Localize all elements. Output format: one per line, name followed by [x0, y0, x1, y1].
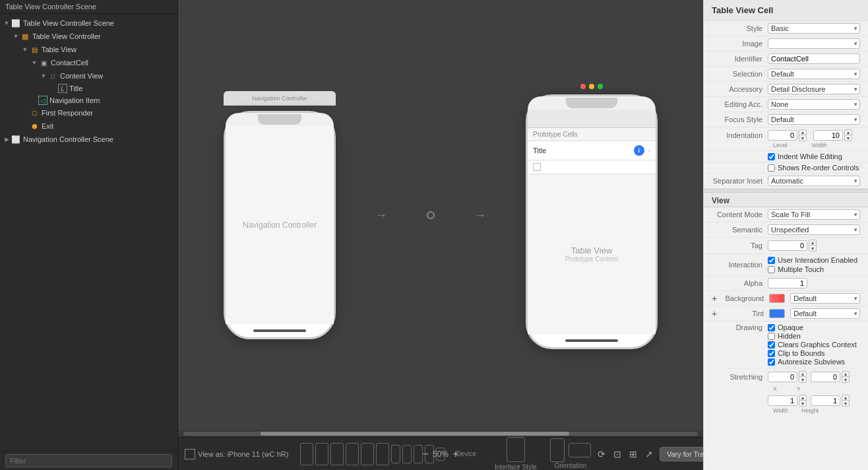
sidebar-item-table-view-controller[interactable]: ▼ ▦ Table View Controller	[0, 30, 177, 43]
zoom-plus-btn[interactable]: +	[452, 448, 458, 460]
stretching-height-input[interactable]	[811, 395, 840, 406]
semantic-select[interactable]: Unspecified	[768, 224, 860, 235]
device-frame-4[interactable]	[346, 443, 359, 465]
device-frame-8[interactable]	[402, 445, 412, 463]
zoom-minus-btn[interactable]: −	[423, 448, 429, 460]
stepper-down[interactable]: ▼	[799, 377, 807, 383]
stepper-up[interactable]: ▲	[844, 129, 852, 135]
orientation-frame-portrait[interactable]	[550, 438, 565, 462]
sidebar-filter	[0, 451, 177, 470]
dot-green	[598, 84, 603, 89]
focus-style-label: Focus Style	[712, 116, 768, 123]
stepper-down[interactable]: ▼	[799, 135, 807, 141]
stepper-down[interactable]: ▼	[844, 135, 852, 141]
tint-plus-btn[interactable]: +	[712, 308, 717, 319]
tree-toggle[interactable]: ▼	[3, 19, 11, 27]
focus-style-select[interactable]: DefaultCustom	[768, 114, 860, 125]
style-select[interactable]: BasicSubtitleRight DetailLeft DetailCust…	[768, 23, 860, 34]
dot-yellow	[589, 84, 594, 89]
selection-select[interactable]: DefaultBlueGrayNone	[768, 69, 860, 79]
device-frame-2[interactable]	[315, 443, 328, 465]
stretching-x-input[interactable]	[768, 372, 797, 382]
image-select[interactable]	[768, 38, 860, 49]
fit-btn[interactable]: ⊡	[612, 448, 623, 461]
canvas-scrollbar[interactable]	[178, 430, 703, 437]
sidebar-item-title[interactable]: L Title	[0, 83, 177, 94]
device-frame-1[interactable]	[300, 443, 313, 465]
stepper-up[interactable]: ▲	[799, 371, 807, 377]
tree-toggle[interactable]: ▼	[21, 46, 29, 53]
sidebar-item-exit[interactable]: ⬢ Exit	[0, 119, 177, 133]
tint-select[interactable]: Default	[790, 308, 860, 319]
separator-inset-select[interactable]: AutomaticDefaultCustom	[768, 176, 860, 186]
zoom-fit-btn[interactable]: ⊞	[628, 448, 638, 461]
stretching-x-stepper: ▲ ▼	[799, 371, 807, 383]
tree-toggle[interactable]: ▼	[12, 32, 20, 40]
background-color-swatch[interactable]	[769, 294, 785, 303]
panel-row-selection: Selection DefaultBlueGrayNone	[704, 67, 868, 82]
stretching-width-input[interactable]	[768, 395, 797, 406]
orientation-frame-landscape[interactable]	[569, 443, 591, 457]
stepper-up[interactable]: ▲	[799, 395, 807, 401]
device-frame-6[interactable]	[376, 443, 389, 465]
clip-bounds-label: Clip to Bounds	[778, 349, 825, 357]
indent-while-editing-checkbox[interactable]	[768, 153, 775, 160]
hidden-checkbox[interactable]	[768, 333, 775, 340]
multiple-touch-checkbox[interactable]	[768, 266, 775, 273]
sidebar-item-first-responder[interactable]: ⬡ First Responder	[0, 106, 177, 119]
device-frame-3[interactable]	[330, 443, 344, 465]
tree-toggle[interactable]: ▼	[30, 59, 38, 67]
panel-title: Table View Cell	[704, 0, 868, 21]
alpha-input[interactable]	[768, 278, 807, 288]
sidebar-item-navigation-item[interactable]: ◁ Navigation Item	[0, 94, 177, 106]
user-interaction-label: User Interaction Enabled	[778, 256, 857, 264]
accessory-select[interactable]: NoneDisclosure IndicatorDetail Disclosur…	[768, 84, 860, 94]
stepper-up[interactable]: ▲	[799, 129, 807, 135]
filter-input[interactable]	[5, 454, 172, 467]
device-frame-9[interactable]	[414, 445, 423, 463]
indentation-width-input[interactable]	[813, 130, 843, 141]
identifier-input[interactable]	[768, 53, 860, 64]
stepper-up[interactable]: ▲	[842, 371, 850, 377]
opaque-checkbox[interactable]	[768, 324, 775, 331]
stepper-down[interactable]: ▼	[842, 377, 850, 383]
clears-context-checkbox[interactable]	[768, 341, 775, 349]
tag-input[interactable]	[768, 240, 807, 251]
user-interaction-checkbox[interactable]	[768, 257, 775, 264]
tag-stepper-down[interactable]: ▼	[809, 246, 817, 252]
device-frame-5[interactable]	[361, 443, 374, 465]
tag-field: ▲ ▼	[768, 240, 817, 252]
clip-bounds-checkbox[interactable]	[768, 350, 775, 357]
sidebar-item-table-view[interactable]: ▼ ▤ Table View	[0, 43, 177, 56]
focus-style-select-wrapper: DefaultCustom	[768, 114, 860, 125]
tree-toggle[interactable]: ▶	[3, 135, 11, 143]
nav-controller-label: Navigation Controller	[252, 95, 307, 102]
indentation-level-input[interactable]	[768, 130, 797, 141]
background-select[interactable]: Default	[790, 293, 860, 304]
tint-color-row: Default	[769, 308, 860, 319]
background-plus-btn[interactable]: +	[712, 293, 717, 304]
device-frame-7[interactable]	[391, 445, 400, 463]
sidebar-item-navigation-controller-scene[interactable]: ▶ ⬜ Navigation Controller Scene	[0, 133, 177, 146]
editing-acc-select[interactable]: NoneDisclosure IndicatorDetail Disclosur…	[768, 99, 860, 110]
stepper-up[interactable]: ▲	[842, 395, 850, 401]
background-label: Background	[720, 294, 769, 302]
content-mode-select[interactable]: Scale To Fill	[768, 209, 860, 220]
interaction-label: Interaction	[712, 261, 768, 269]
sidebar-item-contact-cell[interactable]: ▼ ▣ ContactCell	[0, 56, 177, 69]
sidebar-item-label: Exit	[42, 122, 53, 130]
sidebar-item-content-view[interactable]: ▼ □ Content View	[0, 69, 177, 83]
stepper-down[interactable]: ▼	[799, 401, 807, 407]
interface-style-frame[interactable]	[507, 437, 525, 462]
reorder-controls-checkbox[interactable]	[768, 164, 775, 172]
refresh-btn[interactable]: ⟳	[596, 448, 607, 461]
stepper-down[interactable]: ▼	[842, 401, 850, 407]
tint-color-swatch[interactable]	[769, 309, 785, 318]
tree-toggle[interactable]: ▼	[40, 72, 47, 80]
export-btn[interactable]: ↗	[644, 448, 654, 461]
vary-traits-button[interactable]: Vary for Traits	[660, 447, 703, 461]
stretching-y-input[interactable]	[811, 372, 840, 382]
autoresize-checkbox[interactable]	[768, 358, 775, 366]
tag-stepper-up[interactable]: ▲	[809, 240, 817, 246]
sidebar-item-table-view-controller-scene[interactable]: ▼ ⬜ Table View Controller Scene	[0, 17, 177, 30]
